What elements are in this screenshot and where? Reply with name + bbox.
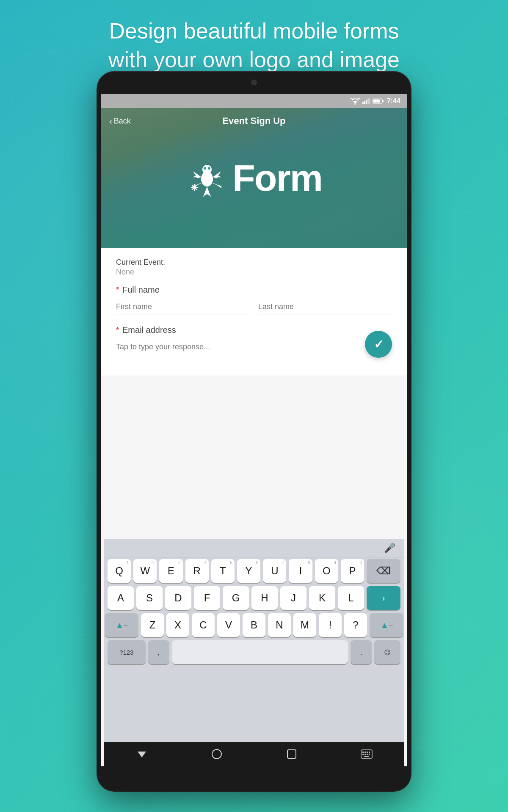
bottom-nav — [104, 742, 404, 766]
back-label: Back — [114, 117, 131, 126]
keyboard-area: 🎤 1Q 2W 3E 4R 5T 6Y 7U 8I 9O 0P ⌫ — [104, 539, 404, 742]
first-name-input[interactable] — [116, 299, 250, 315]
email-input[interactable] — [116, 339, 392, 355]
key-comma[interactable]: , — [148, 640, 169, 664]
key-o[interactable]: 9O — [315, 559, 338, 583]
nav-keyboard-button[interactable] — [360, 747, 373, 761]
key-num-switch[interactable]: ?123 — [108, 640, 146, 664]
key-v[interactable]: V — [217, 613, 240, 637]
gecko-logo-icon — [186, 157, 228, 199]
last-name-field — [258, 299, 392, 315]
key-a[interactable]: A — [108, 586, 134, 610]
key-b[interactable]: B — [243, 613, 265, 637]
key-k[interactable]: K — [309, 586, 335, 610]
key-w[interactable]: 2W — [133, 559, 157, 583]
key-s[interactable]: S — [136, 586, 163, 610]
key-n[interactable]: N — [268, 613, 291, 637]
key-t[interactable]: 5T — [211, 559, 235, 583]
svg-rect-47 — [364, 756, 369, 757]
svg-rect-45 — [367, 754, 368, 755]
nav-back-button[interactable] — [135, 747, 149, 761]
svg-point-18 — [354, 103, 356, 104]
svg-rect-19 — [362, 102, 364, 104]
key-shift-left[interactable]: ▲— — [105, 613, 138, 637]
email-field-container: ✓ — [116, 339, 392, 355]
key-h[interactable]: H — [251, 586, 278, 610]
nav-title: Event Sign Up — [222, 115, 285, 126]
key-space[interactable] — [172, 640, 348, 664]
key-u[interactable]: 7U — [263, 559, 286, 583]
key-m[interactable]: M — [293, 613, 316, 637]
svg-point-36 — [212, 749, 221, 759]
app-header: ‹ Back Event Sign Up — [101, 108, 407, 248]
keyboard-top-bar: 🎤 — [104, 539, 404, 557]
email-field-section: * Email address ✓ — [116, 325, 392, 355]
key-backspace[interactable]: ⌫ — [367, 559, 400, 583]
svg-rect-40 — [364, 752, 366, 753]
key-exclamation[interactable]: ! — [319, 613, 342, 637]
key-emoji[interactable]: ☺ — [374, 640, 400, 664]
email-label: Email address — [122, 325, 176, 335]
key-c[interactable]: C — [192, 613, 215, 637]
svg-rect-23 — [369, 98, 370, 104]
current-event-label: Current Event: — [116, 258, 392, 267]
headline-line2: with your own logo and image — [0, 46, 508, 74]
key-g[interactable]: G — [223, 586, 249, 610]
key-r[interactable]: 4R — [185, 559, 209, 583]
last-name-input[interactable] — [258, 299, 392, 315]
key-x[interactable]: X — [166, 613, 189, 637]
confirm-button[interactable]: ✓ — [365, 331, 392, 358]
key-p[interactable]: 0P — [341, 559, 364, 583]
svg-rect-20 — [364, 101, 365, 104]
svg-rect-42 — [369, 752, 370, 753]
svg-rect-22 — [367, 99, 369, 104]
battery-icon — [373, 98, 384, 104]
svg-rect-25 — [382, 100, 384, 102]
key-d[interactable]: D — [165, 586, 191, 610]
keyboard-row-3: ▲— Z X C V B N M ! ? ▲— — [108, 613, 400, 637]
key-period[interactable]: . — [351, 640, 372, 664]
key-question[interactable]: ? — [344, 613, 367, 637]
keyboard-row-1: 1Q 2W 3E 4R 5T 6Y 7U 8I 9O 0P ⌫ — [108, 559, 400, 583]
status-bar: 7:44 — [101, 94, 407, 108]
name-fields-row — [116, 299, 392, 315]
camera — [251, 80, 257, 85]
wifi-icon — [351, 98, 360, 104]
key-enter[interactable]: › — [367, 586, 400, 610]
keyboard-row-2: A S D F G H J K L › — [108, 586, 400, 610]
key-y[interactable]: 6Y — [237, 559, 260, 583]
required-asterisk-email: * — [116, 326, 119, 335]
key-l[interactable]: L — [338, 586, 364, 610]
signal-icon — [362, 98, 370, 104]
key-z[interactable]: Z — [141, 613, 164, 637]
svg-rect-39 — [362, 752, 364, 753]
microphone-icon[interactable]: 🎤 — [384, 543, 395, 554]
key-e[interactable]: 3E — [159, 559, 182, 583]
svg-point-30 — [208, 167, 210, 170]
current-event-section: Current Event: None — [116, 258, 392, 277]
headline-line1: Design beautiful mobile forms — [0, 17, 508, 46]
full-name-field: * Full name — [116, 285, 392, 315]
tablet-screen: 7:44 ‹ Back Event Sign Up — [101, 94, 407, 766]
checkmark-icon: ✓ — [374, 337, 384, 351]
keyboard-row-4: ?123 , . ☺ — [108, 640, 400, 664]
nav-home-button[interactable] — [210, 747, 224, 761]
key-j[interactable]: J — [280, 586, 306, 610]
key-f[interactable]: F — [194, 586, 220, 610]
svg-rect-44 — [364, 754, 366, 755]
key-shift-right[interactable]: ▲— — [370, 613, 403, 637]
key-i[interactable]: 8I — [289, 559, 312, 583]
keyboard-rows: 1Q 2W 3E 4R 5T 6Y 7U 8I 9O 0P ⌫ A S D — [104, 557, 404, 669]
svg-rect-46 — [369, 754, 370, 755]
svg-rect-41 — [367, 752, 368, 753]
headline: Design beautiful mobile forms with your … — [0, 17, 508, 74]
svg-rect-37 — [287, 750, 296, 758]
back-button[interactable]: ‹ Back — [109, 116, 131, 126]
svg-point-28 — [202, 165, 212, 174]
svg-rect-21 — [366, 100, 367, 104]
current-event-value: None — [116, 268, 392, 277]
nav-recent-button[interactable] — [285, 747, 298, 761]
required-asterisk-name: * — [116, 285, 119, 294]
svg-marker-35 — [138, 752, 146, 757]
key-q[interactable]: 1Q — [108, 559, 131, 583]
